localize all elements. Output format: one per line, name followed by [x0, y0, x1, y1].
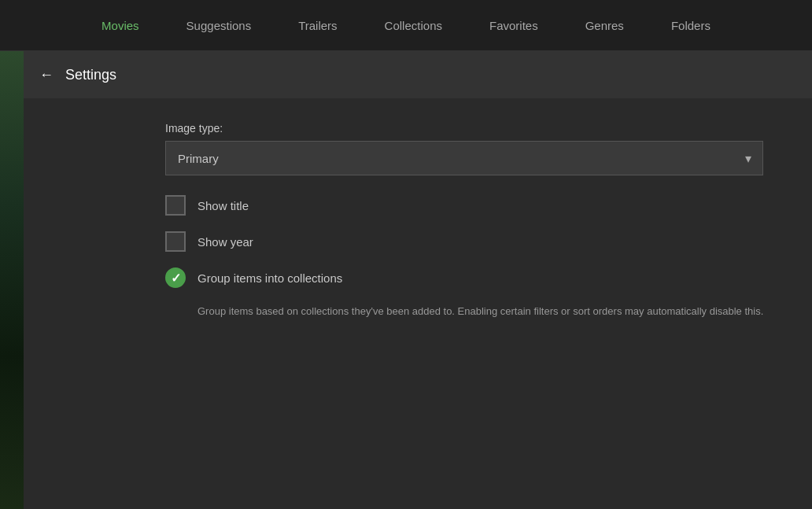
image-strip: [0, 51, 24, 509]
settings-header: ← Settings: [24, 51, 812, 98]
content-area: ← Settings Image type: PrimaryBackdropLo…: [0, 51, 812, 509]
group-items-checkbox[interactable]: [165, 267, 186, 288]
nav-item-suggestions[interactable]: Suggestions: [186, 15, 252, 36]
group-items-label: Group items into collections: [197, 271, 342, 285]
back-button[interactable]: ←: [39, 67, 54, 83]
image-type-dropdown[interactable]: PrimaryBackdropLogoThumb: [165, 141, 763, 175]
nav-item-favorites[interactable]: Favorites: [489, 15, 538, 36]
image-type-label: Image type:: [165, 122, 812, 135]
image-type-dropdown-container: PrimaryBackdropLogoThumb ▾: [165, 141, 763, 175]
settings-content: Image type: PrimaryBackdropLogoThumb ▾ S…: [24, 98, 812, 347]
group-items-row: Group items into collections Group items…: [165, 267, 812, 319]
settings-title: Settings: [65, 67, 116, 83]
show-year-checkbox[interactable]: [165, 231, 186, 252]
nav-item-collections[interactable]: Collections: [385, 15, 442, 36]
nav-bar: // Render nav items inline after DOM loa…: [0, 0, 812, 51]
show-title-checkbox[interactable]: [165, 195, 186, 216]
nav-item-genres[interactable]: Genres: [585, 15, 624, 36]
settings-panel: ← Settings Image type: PrimaryBackdropLo…: [24, 51, 812, 509]
nav-item-trailers[interactable]: Trailers: [298, 15, 337, 36]
nav-item-folders[interactable]: Folders: [671, 15, 710, 36]
nav-item-movies[interactable]: Movies: [102, 15, 139, 36]
show-title-row: Show title: [165, 195, 812, 216]
show-year-label: Show year: [197, 235, 253, 249]
show-title-label: Show title: [197, 199, 249, 212]
group-items-description: Group items based on collections they've…: [197, 304, 764, 319]
group-items-checkbox-row: Group items into collections: [165, 267, 812, 288]
show-year-row: Show year: [165, 231, 812, 252]
